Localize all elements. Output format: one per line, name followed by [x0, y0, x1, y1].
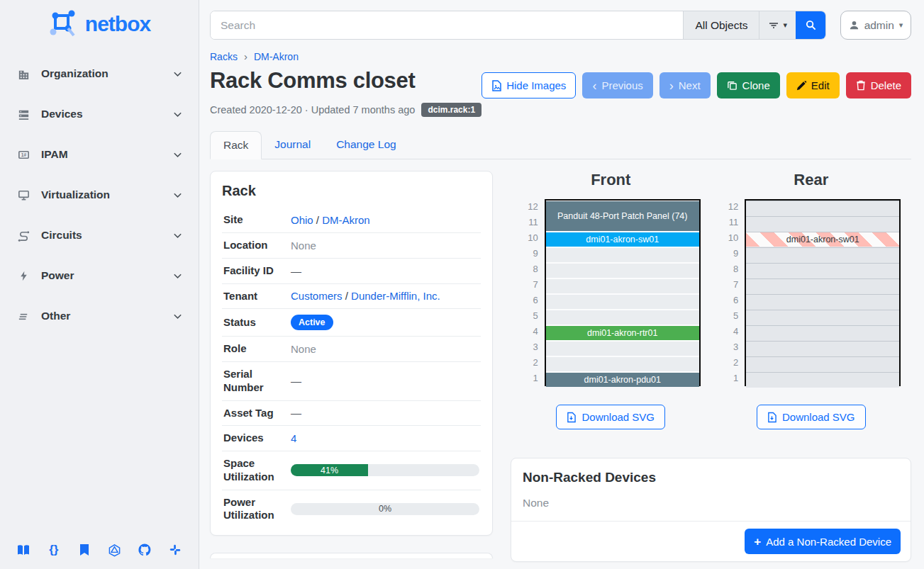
- tab-rack[interactable]: Rack: [210, 131, 262, 159]
- unit-number: 9: [521, 246, 538, 261]
- rack-device[interactable]: dmi01-akron-pdu01: [546, 373, 699, 387]
- sidebar-item-ipam[interactable]: 1# IPAM: [6, 140, 193, 169]
- sidebar-item-label: Power: [41, 269, 172, 282]
- rack-device-link[interactable]: dmi01-akron-rtr01: [587, 328, 657, 338]
- sidebar-item-power[interactable]: Power: [6, 261, 193, 290]
- sidebar-item-organization[interactable]: Organization: [6, 60, 193, 88]
- server-icon: [16, 106, 31, 122]
- site-group-link[interactable]: Ohio: [291, 214, 313, 226]
- tab-change-log[interactable]: Change Log: [323, 131, 408, 159]
- row-role: Role None: [222, 336, 481, 361]
- tenant-group-link[interactable]: Customers: [291, 290, 343, 302]
- row-facility-id: Facility ID —: [222, 258, 481, 283]
- empty-rack-unit: [746, 216, 899, 232]
- search-filter-button[interactable]: ▾: [759, 11, 796, 39]
- next-label: Next: [679, 79, 701, 91]
- graphql-icon[interactable]: [106, 542, 122, 558]
- rack-device[interactable]: dmi01-akron-sw01: [746, 232, 899, 247]
- sidebar-item-devices[interactable]: Devices: [6, 100, 193, 128]
- front-download-svg-button[interactable]: Download SVG: [556, 405, 665, 429]
- space-utilization-bar: 41%: [291, 464, 479, 476]
- svg-text:1#: 1#: [21, 152, 26, 157]
- sidebar-item-label: Organization: [41, 67, 172, 80]
- sidebar-item-label: Virtualization: [41, 188, 172, 201]
- status-label: Status: [223, 316, 291, 329]
- non-racked-devices-footer: + Add a Non-Racked Device: [511, 521, 911, 561]
- unit-number: 11: [721, 215, 738, 230]
- row-tenant: Tenant Customers / Dunder-Mifflin, Inc.: [222, 283, 481, 309]
- unit-number: 12: [721, 199, 738, 215]
- search-input[interactable]: [211, 11, 683, 39]
- empty-rack-unit: [746, 201, 899, 216]
- tab-journal[interactable]: Journal: [262, 131, 323, 159]
- unit-number: 2: [521, 355, 538, 371]
- github-icon[interactable]: [137, 542, 152, 558]
- chevron-left-icon: ‹: [592, 79, 596, 92]
- space-utilization-label: Space Utilization: [223, 457, 291, 484]
- empty-rack-unit: [746, 278, 899, 294]
- previous-button[interactable]: ‹ Previous: [582, 72, 652, 98]
- action-buttons: Hide Images ‹ Previous › Next Clone Edit: [482, 72, 911, 98]
- rack-device[interactable]: dmi01-akron-rtr01: [546, 326, 699, 340]
- search-submit-button[interactable]: [796, 11, 825, 39]
- delete-label: Delete: [871, 79, 901, 91]
- non-racked-devices-card: Non-Racked Devices None + Add a Non-Rack…: [511, 458, 911, 562]
- rack-device[interactable]: Panduit 48-Port Patch Panel (74): [546, 201, 699, 231]
- clone-button[interactable]: Clone: [717, 72, 780, 98]
- tab-content: Rack Site Ohio / DM-Akron Location None …: [210, 159, 911, 562]
- empty-rack-unit: [746, 263, 899, 278]
- page-title: Rack Comms closet: [210, 68, 482, 94]
- breadcrumb-link-racks[interactable]: Racks: [210, 51, 238, 62]
- bookmark-icon[interactable]: [77, 542, 92, 558]
- topbar: All Objects ▾ admin ▾: [210, 11, 911, 40]
- global-search: All Objects ▾: [210, 11, 826, 40]
- site-link[interactable]: DM-Akron: [322, 214, 370, 226]
- slack-icon[interactable]: [167, 542, 183, 558]
- netbox-logo-icon: [48, 9, 79, 40]
- sidebar-footer: {}: [0, 542, 199, 569]
- chevron-down-icon: [172, 230, 183, 241]
- rack-attributes-table: Site Ohio / DM-Akron Location None Facil…: [222, 208, 481, 528]
- caret-down-icon: ▾: [783, 21, 787, 30]
- tenant-link[interactable]: Dunder-Mifflin, Inc.: [351, 290, 440, 302]
- code-braces-icon[interactable]: {}: [46, 542, 62, 558]
- sidebar-item-circuits[interactable]: Circuits: [6, 221, 193, 249]
- sidebar-item-virtualization[interactable]: Virtualization: [6, 181, 193, 209]
- image-file-icon: [491, 80, 501, 91]
- user-menu-button[interactable]: admin ▾: [840, 11, 911, 40]
- add-non-racked-device-button[interactable]: + Add a Non-Racked Device: [745, 529, 901, 554]
- netbox-logo[interactable]: netbox: [0, 9, 199, 40]
- download-file-icon: [767, 412, 777, 423]
- tab-bar: Rack Journal Change Log: [210, 131, 911, 159]
- search-scope-button[interactable]: All Objects: [683, 11, 759, 39]
- unit-number: 10: [521, 230, 538, 246]
- edit-button[interactable]: Edit: [786, 72, 840, 98]
- delete-button[interactable]: Delete: [846, 72, 911, 98]
- devices-count-link[interactable]: 4: [291, 432, 296, 444]
- rear-download-svg-button[interactable]: Download SVG: [757, 405, 866, 429]
- rack-device-link[interactable]: Panduit 48-Port Patch Panel (74): [557, 211, 687, 221]
- non-racked-devices-title: Non-Racked Devices: [511, 458, 911, 490]
- role-value: None: [291, 343, 479, 355]
- rack-device-link[interactable]: dmi01-akron-sw01: [586, 235, 659, 244]
- rack-device-link[interactable]: dmi01-akron-sw01: [786, 235, 859, 244]
- asset-tag-value: —: [291, 407, 479, 419]
- previous-label: Previous: [601, 79, 642, 91]
- unit-number: 10: [721, 230, 738, 246]
- rack-device[interactable]: dmi01-akron-sw01: [546, 232, 699, 247]
- role-label: Role: [223, 342, 291, 356]
- devices-label: Devices: [223, 432, 291, 445]
- front-elevation: Front 121110987654321 Panduit 48-Port Pa…: [521, 171, 701, 429]
- book-icon[interactable]: [16, 542, 31, 558]
- empty-rack-unit: [546, 264, 699, 278]
- caret-down-icon: ▾: [899, 21, 903, 30]
- hide-images-button[interactable]: Hide Images: [482, 72, 576, 98]
- sidebar-item-other[interactable]: Other: [6, 302, 193, 330]
- breadcrumb-link-dm-akron[interactable]: DM-Akron: [254, 51, 299, 62]
- rack-device-link[interactable]: dmi01-akron-pdu01: [584, 375, 661, 385]
- next-button[interactable]: › Next: [659, 72, 711, 98]
- app-window: netbox Organization Devices 1#: [0, 0, 924, 569]
- site-label: Site: [223, 213, 291, 227]
- transit-connection-icon: [16, 227, 31, 243]
- row-status: Status Active: [222, 308, 481, 336]
